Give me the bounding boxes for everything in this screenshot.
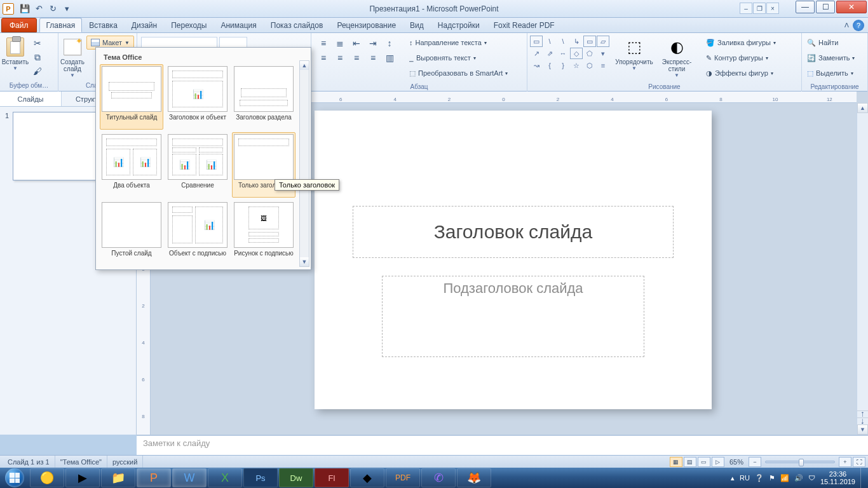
help-icon[interactable]: ? xyxy=(853,20,864,31)
show-desktop-button[interactable] xyxy=(860,468,865,488)
view-sorter-icon[interactable]: ▤ xyxy=(684,457,696,467)
tab-review[interactable]: Рецензирование xyxy=(330,18,403,32)
layout-section-header[interactable]: Заголовок раздела xyxy=(232,64,295,130)
qat-undo[interactable]: ↶ xyxy=(32,2,46,16)
taskbar-flash[interactable]: Fl xyxy=(315,468,349,487)
tab-view[interactable]: Вид xyxy=(403,18,431,32)
start-button[interactable] xyxy=(0,468,29,488)
paste-button[interactable]: Вставить ▼ xyxy=(1,34,29,71)
new-slide-button[interactable]: Создать слайд ▼ xyxy=(60,34,85,78)
tab-design[interactable]: Дизайн xyxy=(125,18,164,32)
taskbar-excel[interactable]: X xyxy=(208,468,242,487)
window-host-restore[interactable]: ❐ xyxy=(753,3,766,14)
taskbar-chrome[interactable]: 🟡 xyxy=(30,468,64,487)
view-reading-icon[interactable]: ▭ xyxy=(698,457,710,467)
taskbar-explorer[interactable]: 📁 xyxy=(101,468,135,487)
format-painter-icon[interactable]: 🖌 xyxy=(31,65,44,78)
indent-dec-icon[interactable]: ⇤ xyxy=(349,37,363,50)
bullets-icon[interactable]: ≡ xyxy=(316,37,330,50)
shape-outline-button[interactable]: ✎Контур фигуры▾ xyxy=(703,51,778,65)
qat-save[interactable]: 💾 xyxy=(18,2,32,16)
layout-title-slide[interactable]: Титульный слайд xyxy=(100,64,163,130)
tray-clock[interactable]: 23:36 15.11.2019 xyxy=(820,470,855,485)
system-tray[interactable]: ▴ RU ❔ ⚑ 📶 🔊 🛡 23:36 15.11.2019 xyxy=(724,468,868,488)
status-slide[interactable]: Слайд 1 из 1 xyxy=(3,456,55,468)
align-center-icon[interactable]: ≡ xyxy=(333,51,347,64)
tray-network-icon[interactable]: 📶 xyxy=(780,474,789,482)
tab-addins[interactable]: Надстройки xyxy=(431,18,487,32)
status-language[interactable]: русский xyxy=(107,456,143,468)
copy-icon[interactable]: ⧉ xyxy=(31,51,44,64)
smartart-button[interactable]: ⬚Преобразовать в SmartArt▾ xyxy=(407,66,510,80)
tab-slides-panel[interactable]: Слайды xyxy=(0,92,62,106)
view-slideshow-icon[interactable]: ▷ xyxy=(712,457,724,467)
subtitle-placeholder[interactable]: Подзаголовок слайда xyxy=(382,276,644,357)
line-spacing-icon[interactable]: ↕ xyxy=(383,37,397,50)
columns-icon[interactable]: ▥ xyxy=(383,51,397,64)
qat-customize[interactable]: ▾ xyxy=(60,2,74,16)
gallery-scroll-up[interactable]: ▲ xyxy=(300,61,309,70)
taskbar-gimp[interactable]: 🦊 xyxy=(457,468,491,487)
numbering-icon[interactable]: ≣ xyxy=(333,37,347,50)
replace-button[interactable]: 🔄Заменить▾ xyxy=(804,51,857,65)
window-host-close[interactable]: × xyxy=(766,3,779,14)
text-direction-button[interactable]: ↕Направление текста▾ xyxy=(407,36,510,50)
window-host-minimize[interactable]: – xyxy=(740,3,752,14)
zoom-slider[interactable] xyxy=(765,461,835,463)
tab-transitions[interactable]: Переходы xyxy=(164,18,214,32)
qat-redo[interactable]: ↻ xyxy=(46,2,60,16)
taskbar-powerpoint[interactable]: P xyxy=(137,468,171,487)
status-theme[interactable]: "Тема Office" xyxy=(55,456,107,468)
taskbar-mediaplayer[interactable]: ▶ xyxy=(65,468,100,487)
arrange-button[interactable]: ⬚ Упорядочить ▼ xyxy=(614,34,654,71)
title-placeholder[interactable]: Заголовок слайда xyxy=(353,206,674,258)
window-close[interactable]: ✕ xyxy=(836,1,867,13)
shape-fill-button[interactable]: 🪣Заливка фигуры▾ xyxy=(703,36,778,50)
scroll-up-icon[interactable]: ▲ xyxy=(857,103,868,113)
layout-comparison[interactable]: Сравнение xyxy=(166,132,229,198)
next-slide-icon[interactable]: ⭣ xyxy=(857,417,868,424)
tab-file[interactable]: Файл xyxy=(1,18,37,32)
taskbar-dreamweaver[interactable]: Dw xyxy=(279,468,313,487)
tab-slideshow[interactable]: Показ слайдов xyxy=(264,18,330,32)
tray-volume-icon[interactable]: 🔊 xyxy=(794,474,803,482)
zoom-in-icon[interactable]: + xyxy=(839,457,851,467)
taskbar-word[interactable]: W xyxy=(172,468,207,487)
slide-canvas[interactable]: Заголовок слайда Подзаголовок слайда xyxy=(315,111,712,409)
prev-slide-icon[interactable]: ⭡ xyxy=(857,410,868,417)
gallery-scroll-down[interactable]: ▼ xyxy=(300,257,309,266)
vertical-scrollbar[interactable]: ▲ ⭡⭣ ▼ xyxy=(857,103,868,435)
scroll-down-icon[interactable]: ▼ xyxy=(857,424,868,435)
tray-shield-icon[interactable]: 🛡 xyxy=(808,474,815,482)
select-button[interactable]: ⬚Выделить▾ xyxy=(804,66,857,80)
tab-foxit[interactable]: Foxit Reader PDF xyxy=(487,18,562,32)
notes-pane[interactable]: Заметки к слайду xyxy=(137,435,868,455)
taskbar-photoshop[interactable]: Ps xyxy=(243,468,278,487)
fit-window-icon[interactable]: ⛶ xyxy=(853,457,865,467)
shapes-gallery[interactable]: ▭\\↳▭▱ ↗⇗↔◇⬠▾ ↝{}☆⬡≡ xyxy=(529,34,611,72)
find-button[interactable]: 🔍Найти xyxy=(804,36,857,50)
indent-inc-icon[interactable]: ⇥ xyxy=(366,37,380,50)
taskbar-inkscape[interactable]: ◆ xyxy=(350,468,384,487)
layout-content-caption[interactable]: Объект с подписью xyxy=(166,200,229,266)
taskbar-pdf[interactable]: PDF xyxy=(386,468,420,487)
align-text-button[interactable]: ⎯Выровнять текст▾ xyxy=(407,51,510,65)
tray-lang[interactable]: RU xyxy=(740,474,750,482)
tab-home[interactable]: Главная xyxy=(39,18,83,32)
taskbar-viber[interactable]: ✆ xyxy=(421,468,456,487)
justify-icon[interactable]: ≡ xyxy=(366,51,380,64)
layout-two-content[interactable]: Два объекта xyxy=(100,132,163,198)
align-right-icon[interactable]: ≡ xyxy=(349,51,363,64)
window-minimize[interactable]: — xyxy=(796,1,815,13)
layout-blank[interactable]: Пустой слайд xyxy=(100,200,163,266)
align-left-icon[interactable]: ≡ xyxy=(316,51,330,64)
zoom-slider-thumb[interactable] xyxy=(799,459,804,466)
tray-show-hidden-icon[interactable]: ▴ xyxy=(731,474,735,482)
tab-insert[interactable]: Вставка xyxy=(82,18,125,32)
ribbon-minimize-icon[interactable]: ᐱ xyxy=(844,22,849,29)
layout-title-content[interactable]: Заголовок и объект xyxy=(166,64,229,130)
layout-picture-caption[interactable]: 🖼 Рисунок с подписью xyxy=(232,200,295,266)
quick-styles-button[interactable]: ◐ Экспресс-стили ▼ xyxy=(654,34,700,78)
gallery-scrollbar[interactable]: ▲ ▼ xyxy=(299,60,309,267)
cut-icon[interactable]: ✂ xyxy=(31,37,44,50)
